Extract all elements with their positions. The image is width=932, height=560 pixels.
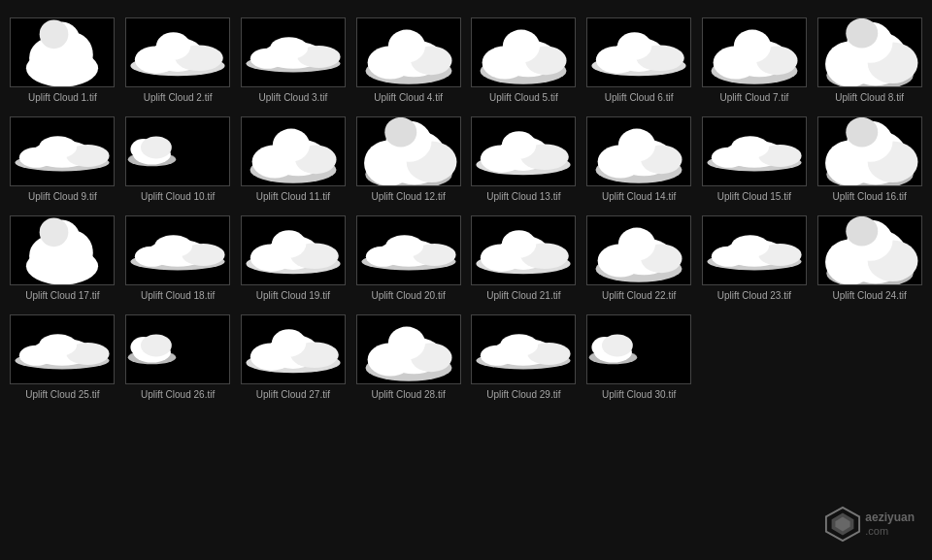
thumbnail[interactable] [817, 215, 922, 285]
list-item: Uplift Cloud 19.tif [236, 208, 351, 307]
thumbnail[interactable] [356, 314, 461, 384]
svg-point-40 [846, 18, 878, 49]
svg-point-127 [40, 334, 78, 356]
svg-point-141 [387, 326, 424, 359]
thumbnail[interactable] [241, 314, 346, 384]
file-label: Uplift Cloud 30.tif [602, 389, 676, 400]
list-item: Uplift Cloud 12.tif [350, 109, 466, 208]
svg-point-29 [617, 32, 651, 59]
thumbnail[interactable] [10, 215, 115, 285]
svg-point-70 [618, 128, 655, 161]
list-item: Uplift Cloud 21.tif [466, 208, 582, 307]
file-label: Uplift Cloud 12.tif [372, 191, 446, 202]
watermark-name: aeziyuan [865, 511, 915, 524]
file-label: Uplift Cloud 5.tif [489, 92, 558, 103]
list-item: Uplift Cloud 15.tif [697, 109, 813, 208]
thumbnail[interactable] [241, 116, 346, 186]
svg-point-91 [154, 235, 192, 257]
svg-point-111 [618, 227, 655, 260]
svg-point-14 [270, 37, 308, 59]
thumbnail[interactable] [125, 17, 230, 87]
svg-point-81 [846, 117, 878, 148]
thumbnail[interactable] [817, 116, 922, 186]
thumbnail[interactable] [125, 314, 230, 384]
svg-point-34 [734, 29, 771, 62]
watermark-logo-icon [824, 506, 861, 543]
svg-point-24 [503, 29, 540, 62]
file-label: Uplift Cloud 22.tif [602, 290, 676, 301]
thumbnail[interactable] [471, 17, 576, 87]
svg-point-96 [272, 230, 306, 257]
svg-point-101 [385, 235, 423, 257]
svg-point-136 [272, 329, 306, 356]
thumbnail[interactable] [817, 17, 922, 87]
file-label: Uplift Cloud 8.tif [835, 92, 904, 103]
file-label: Uplift Cloud 20.tif [372, 290, 446, 301]
watermark-subtext: .com [865, 525, 915, 538]
thumbnail[interactable] [471, 116, 576, 186]
file-label: Uplift Cloud 18.tif [141, 290, 215, 301]
thumbnail[interactable] [356, 215, 461, 285]
thumbnail[interactable] [471, 215, 576, 285]
thumbnail[interactable] [586, 215, 691, 285]
file-label: Uplift Cloud 23.tif [717, 290, 791, 301]
list-item: Uplift Cloud 3.tif [236, 10, 351, 109]
file-label: Uplift Cloud 13.tif [486, 191, 560, 202]
svg-point-45 [40, 136, 78, 158]
svg-point-75 [731, 136, 769, 158]
svg-point-19 [387, 29, 424, 62]
svg-point-106 [502, 230, 536, 257]
thumbnail[interactable] [125, 215, 230, 285]
thumbnail[interactable] [586, 314, 691, 384]
thumbnail[interactable] [356, 116, 461, 186]
svg-point-60 [384, 117, 416, 148]
list-item: Uplift Cloud 8.tif [812, 10, 927, 109]
file-label: Uplift Cloud 9.tif [28, 191, 97, 202]
thumbnail[interactable] [702, 17, 807, 87]
list-item: Uplift Cloud 17.tif [5, 208, 120, 307]
file-label: Uplift Cloud 29.tif [486, 389, 560, 400]
file-label: Uplift Cloud 21.tif [486, 290, 560, 301]
list-item: Uplift Cloud 20.tif [350, 208, 466, 307]
thumbnail[interactable] [356, 17, 461, 87]
svg-point-122 [846, 216, 878, 247]
list-item: Uplift Cloud 6.tif [582, 10, 697, 109]
list-item: Uplift Cloud 24.tif [812, 208, 927, 307]
thumbnail[interactable] [241, 17, 346, 87]
thumbnail-grid: Uplift Cloud 1.tif Uplift Cloud 2.tif Up… [0, 0, 932, 415]
thumbnail[interactable] [10, 314, 115, 384]
list-item: Uplift Cloud 25.tif [5, 307, 120, 406]
svg-point-4 [40, 19, 69, 49]
svg-point-150 [602, 335, 633, 357]
file-label: Uplift Cloud 19.tif [256, 290, 330, 301]
svg-point-49 [141, 137, 172, 159]
file-label: Uplift Cloud 27.tif [256, 389, 330, 400]
file-label: Uplift Cloud 24.tif [833, 290, 907, 301]
file-label: Uplift Cloud 28.tif [372, 389, 446, 400]
thumbnail[interactable] [586, 17, 691, 87]
thumbnail[interactable] [125, 116, 230, 186]
list-item: Uplift Cloud 4.tif [350, 10, 466, 109]
list-item: Uplift Cloud 13.tif [466, 109, 582, 208]
file-label: Uplift Cloud 1.tif [28, 92, 97, 103]
svg-point-131 [141, 335, 172, 357]
thumbnail[interactable] [586, 116, 691, 186]
thumbnail[interactable] [702, 215, 807, 285]
thumbnail[interactable] [10, 116, 115, 186]
list-item: Uplift Cloud 5.tif [466, 10, 582, 109]
thumbnail[interactable] [702, 116, 807, 186]
thumbnail[interactable] [241, 215, 346, 285]
svg-point-9 [156, 32, 190, 59]
file-label: Uplift Cloud 17.tif [25, 290, 99, 301]
file-label: Uplift Cloud 2.tif [144, 92, 213, 103]
file-label: Uplift Cloud 7.tif [720, 92, 789, 103]
list-item: Uplift Cloud 18.tif [120, 208, 236, 307]
thumbnail[interactable] [471, 314, 576, 384]
list-item: Uplift Cloud 22.tif [582, 208, 697, 307]
file-label: Uplift Cloud 6.tif [605, 92, 674, 103]
list-item: Uplift Cloud 26.tif [120, 307, 236, 406]
thumbnail[interactable] [10, 17, 115, 87]
list-item: Uplift Cloud 14.tif [582, 109, 697, 208]
file-label: Uplift Cloud 14.tif [602, 191, 676, 202]
list-item: Uplift Cloud 10.tif [120, 109, 236, 208]
